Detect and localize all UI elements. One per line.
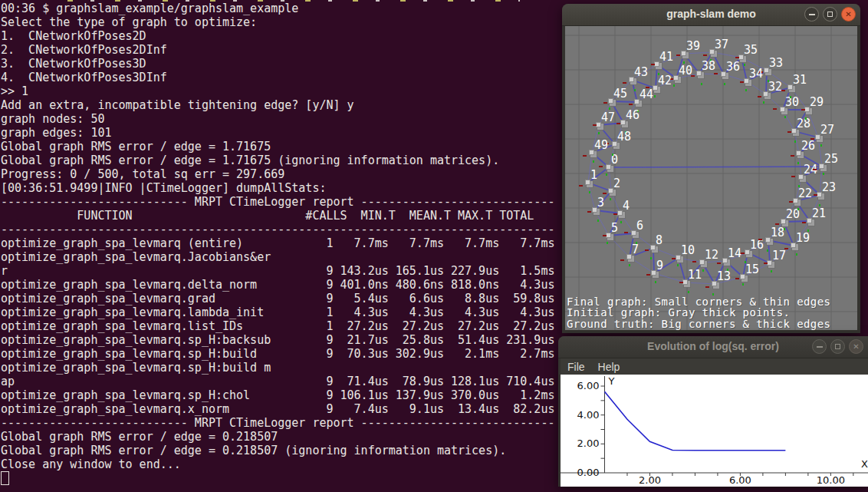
node-label: 19 <box>796 231 810 245</box>
plot-window-titlebar[interactable]: Evolution of log(sq. error) ✕ <box>558 336 868 358</box>
node-label: 13 <box>717 269 731 283</box>
node-label: 34 <box>749 67 763 81</box>
red-marker <box>692 261 696 263</box>
green-marker <box>823 173 824 175</box>
graph-window-titlebar[interactable]: graph-slam demo ✕ <box>562 4 860 26</box>
red-marker <box>679 282 683 283</box>
green-marker <box>820 144 822 147</box>
node-label: 36 <box>726 60 740 74</box>
close-icon: ✕ <box>853 343 859 351</box>
node-label: 8 <box>656 233 663 247</box>
node-label: 39 <box>686 39 700 53</box>
red-marker <box>623 82 626 84</box>
red-marker <box>758 96 761 97</box>
red-marker <box>714 73 718 74</box>
node-label: 44 <box>639 88 653 101</box>
green-marker <box>745 261 746 263</box>
node-label: 1 <box>590 168 597 182</box>
green-marker <box>655 281 656 283</box>
node-label: 23 <box>822 180 836 194</box>
node-label: 28 <box>797 117 810 130</box>
graph-node <box>655 62 659 67</box>
maximize-button[interactable] <box>823 7 837 21</box>
green-marker <box>784 228 785 230</box>
red-marker <box>579 185 583 187</box>
graph-viewport[interactable]: 0123456789101112131415161718192021222324… <box>565 26 857 330</box>
red-marker <box>587 211 591 213</box>
red-marker <box>784 248 788 249</box>
graph-node <box>788 85 793 90</box>
x-tick-label: 10.00 <box>817 474 845 486</box>
x-axis-label: X <box>861 458 868 470</box>
red-marker <box>740 81 744 83</box>
red-marker <box>717 263 721 264</box>
green-marker <box>598 132 600 134</box>
green-marker <box>701 83 702 85</box>
graph-3d-scene: 0123456789101112131415161718192021222324… <box>565 26 857 330</box>
green-marker <box>819 204 820 206</box>
green-marker <box>763 101 764 104</box>
graph-node <box>609 99 613 104</box>
close-button[interactable]: ✕ <box>841 7 856 21</box>
graph-node <box>618 211 623 216</box>
graph-node <box>609 189 613 193</box>
close-button[interactable]: ✕ <box>849 339 863 354</box>
graph-node <box>607 233 611 238</box>
graph-node <box>741 275 745 279</box>
minimize-button[interactable] <box>812 339 827 354</box>
node-label: 48 <box>617 130 631 144</box>
graph-node <box>723 259 728 263</box>
node-label: 46 <box>626 108 639 122</box>
node-label: 17 <box>772 249 786 263</box>
node-label: 29 <box>810 95 824 109</box>
graph-node <box>816 135 820 140</box>
graph-node <box>745 79 749 84</box>
red-marker <box>791 155 794 157</box>
green-marker <box>607 242 608 244</box>
maximize-button[interactable] <box>830 339 845 354</box>
graph-node <box>766 238 771 243</box>
minimize-button[interactable] <box>804 7 819 21</box>
red-marker <box>603 193 607 194</box>
node-label: 3 <box>597 196 604 210</box>
graph-node <box>805 107 810 112</box>
green-marker <box>805 117 807 120</box>
green-marker <box>634 89 636 91</box>
red-marker <box>676 54 680 56</box>
node-label: 10 <box>681 243 695 257</box>
maximize-icon <box>835 344 840 349</box>
menu-file[interactable]: File <box>567 361 585 373</box>
red-marker <box>616 123 620 124</box>
plot-background <box>561 375 868 487</box>
legend-line-final: Final graph: Small corners & thin edges <box>567 296 830 307</box>
y-tick-label: 2.00 <box>577 438 600 449</box>
graph-node <box>683 280 688 285</box>
x-tick-label: 2.00 <box>639 474 661 486</box>
menu-help[interactable]: Help <box>598 361 620 373</box>
green-marker <box>768 80 769 82</box>
node-label: 6 <box>636 219 643 233</box>
x-tick-label: 6.00 <box>729 474 751 486</box>
red-marker <box>741 253 745 254</box>
graph-node <box>781 220 786 224</box>
red-marker <box>773 108 777 110</box>
maximize-icon <box>827 12 833 17</box>
menu-bar: File Help <box>561 358 868 375</box>
red-marker <box>810 138 814 140</box>
node-label: 47 <box>601 111 615 124</box>
legend-line-groundtruth: Ground truth: Big corners & thick edges <box>567 319 830 329</box>
graph-node <box>607 165 611 170</box>
graph-node <box>621 121 626 125</box>
node-label: 38 <box>702 59 715 73</box>
node-label: 18 <box>771 226 784 239</box>
terminal-cursor <box>1 471 9 485</box>
node-label: 21 <box>812 206 826 220</box>
graph-node <box>700 260 705 265</box>
green-marker <box>620 221 622 223</box>
graph-node <box>597 123 601 127</box>
error-plot[interactable]: 2.006.0010.000.002.004.006.00XY <box>561 375 868 487</box>
red-marker <box>758 239 762 240</box>
graph-node <box>794 199 798 203</box>
node-label: 35 <box>744 43 758 57</box>
node-label: 41 <box>659 50 673 64</box>
